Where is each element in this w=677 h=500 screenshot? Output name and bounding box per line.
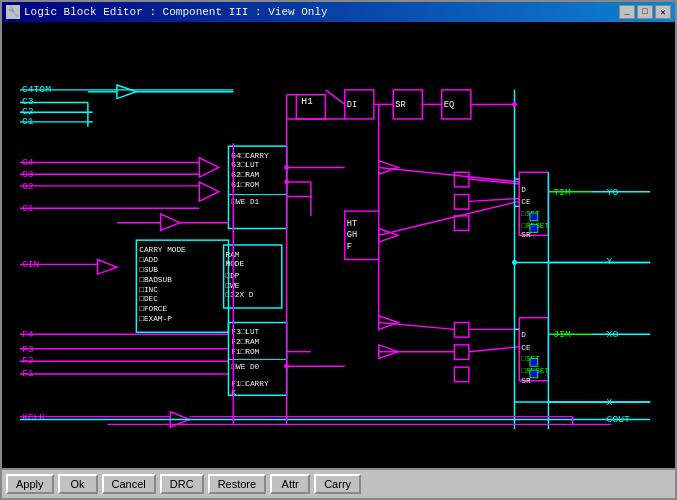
svg-text:□FORCE: □FORCE [139, 305, 167, 313]
toolbar: Apply Ok Cancel DRC Restore Attr Carry [2, 468, 675, 498]
svg-rect-160 [530, 225, 538, 233]
drc-button[interactable]: DRC [160, 474, 204, 494]
svg-text:□32X D: □32X D [226, 291, 254, 299]
svg-text:F1□ROM: F1□ROM [231, 348, 259, 356]
apply-button[interactable]: Apply [6, 474, 54, 494]
ok-button[interactable]: Ok [58, 474, 98, 494]
svg-text:□ADD: □ADD [139, 256, 158, 264]
title-bar: 🔧 Logic Block Editor : Component III : V… [2, 2, 675, 22]
svg-text:H1: H1 [301, 96, 313, 107]
svg-text:F1□CARRY: F1□CARRY [231, 380, 269, 388]
svg-text:SR: SR [521, 231, 531, 239]
svg-text:G2□RAM: G2□RAM [231, 171, 259, 179]
carry-button[interactable]: Carry [314, 474, 361, 494]
svg-text:F2□RAM: F2□RAM [231, 338, 259, 346]
svg-rect-159 [530, 213, 538, 221]
cancel-button[interactable]: Cancel [102, 474, 156, 494]
svg-text:□DEC: □DEC [139, 295, 158, 303]
svg-text:G4□CARRY: G4□CARRY [231, 152, 269, 160]
svg-text:HT: HT [347, 219, 357, 229]
svg-text:G3□LUT: G3□LUT [231, 161, 259, 169]
title-icon: 🔧 [6, 5, 20, 19]
svg-text:F3□LUT: F3□LUT [231, 328, 259, 336]
schematic-canvas: C4TOM C3 C2 C1 G4 G3 G2 G1 CIN F4 F3 [2, 22, 675, 468]
svg-text:DI: DI [347, 100, 357, 110]
window-title: Logic Block Editor : Component III : Vie… [24, 6, 328, 18]
svg-rect-162 [530, 370, 538, 378]
svg-text:CE: CE [521, 198, 531, 206]
title-left: 🔧 Logic Block Editor : Component III : V… [6, 5, 328, 19]
svg-text:G1□ROM: G1□ROM [231, 181, 259, 189]
svg-point-140 [512, 260, 517, 265]
attr-button[interactable]: Attr [270, 474, 310, 494]
svg-text:MODE: MODE [226, 260, 245, 268]
svg-text:F: F [347, 242, 352, 252]
svg-point-137 [284, 165, 289, 170]
svg-text:□EXAM-P: □EXAM-P [139, 315, 172, 323]
svg-text:SR: SR [395, 100, 406, 110]
maximize-button[interactable]: □ [637, 5, 653, 19]
svg-text:□SUB: □SUB [139, 266, 158, 274]
svg-text:CARRY MODE: CARRY MODE [139, 246, 186, 254]
svg-rect-0 [10, 22, 666, 468]
svg-text:D: D [521, 331, 526, 339]
main-window: 🔧 Logic Block Editor : Component III : V… [0, 0, 677, 500]
svg-point-139 [512, 102, 517, 107]
svg-text:SR: SR [521, 377, 531, 385]
svg-text:CE: CE [521, 344, 531, 352]
svg-text:□WE D0: □WE D0 [231, 363, 259, 371]
svg-text:□INC: □INC [139, 286, 158, 294]
svg-text:□BADSUB: □BADSUB [139, 276, 172, 284]
svg-point-138 [284, 180, 289, 185]
minimize-button[interactable]: _ [619, 5, 635, 19]
svg-text:GH: GH [347, 230, 357, 240]
close-button[interactable]: ✕ [655, 5, 671, 19]
svg-rect-161 [530, 358, 538, 366]
svg-text:□WE D1: □WE D1 [231, 198, 259, 206]
restore-button[interactable]: Restore [208, 474, 267, 494]
svg-point-141 [284, 364, 289, 369]
svg-text:D: D [521, 186, 526, 194]
svg-text:EQ: EQ [444, 100, 454, 110]
title-controls: _ □ ✕ [619, 5, 671, 19]
